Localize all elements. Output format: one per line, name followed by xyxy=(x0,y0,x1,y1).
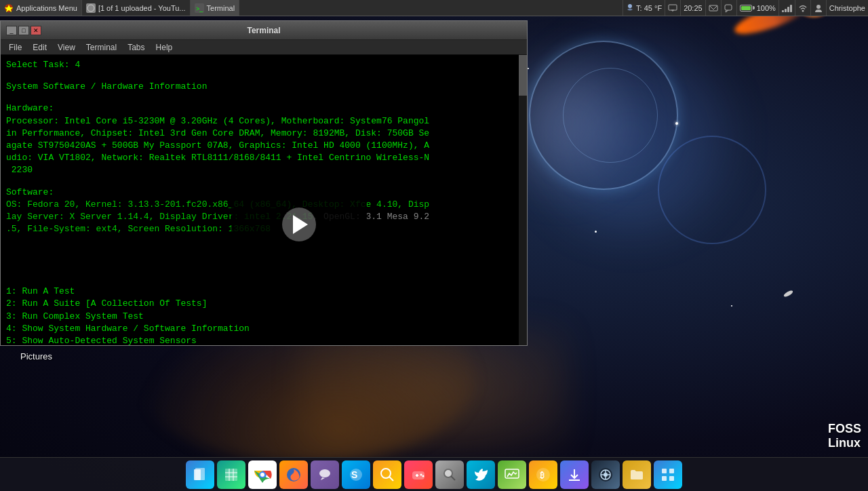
svg-point-44 xyxy=(604,473,608,477)
play-icon xyxy=(293,215,308,234)
term-menu-4: 4: Show System Hardware / Software Infor… xyxy=(6,323,521,335)
battery-label: 100% xyxy=(757,4,776,12)
menu-file[interactable]: File xyxy=(3,41,27,54)
taskbar-top: Applications Menu [1 of 1 uploaded - You… xyxy=(0,0,868,16)
svg-rect-51 xyxy=(662,476,667,481)
dock-steam[interactable] xyxy=(591,460,620,489)
svg-rect-11 xyxy=(725,5,732,10)
dock-spreadsheet[interactable] xyxy=(217,460,245,489)
clock: 20:25 xyxy=(680,0,705,16)
terminal-content[interactable]: Select Task: 4 System Software / Hardwar… xyxy=(1,55,527,345)
menu-terminal[interactable]: Terminal xyxy=(81,41,122,54)
network-tray[interactable] xyxy=(778,0,795,16)
apps-menu-label: Applications Menu xyxy=(16,4,77,12)
screen-tray[interactable] xyxy=(665,0,680,16)
term-menu-3: 3: Run Complex System Test xyxy=(6,311,521,323)
svg-point-6 xyxy=(628,4,632,8)
dock-monitor[interactable] xyxy=(498,460,526,489)
temperature-display: T: 45 °F xyxy=(623,0,665,16)
zoom-icon xyxy=(441,467,458,483)
apps-grid-icon xyxy=(660,467,676,483)
applications-menu[interactable]: Applications Menu xyxy=(0,0,82,16)
dock-skype[interactable]: S xyxy=(342,460,370,489)
pidgin-icon xyxy=(317,467,333,483)
screen-icon xyxy=(668,3,677,13)
menu-view[interactable]: View xyxy=(52,41,81,54)
window-controls: _ □ ✕ xyxy=(5,26,41,35)
chat-icon xyxy=(724,3,734,13)
terminal-scrollbar[interactable] xyxy=(519,55,527,345)
bird-icon xyxy=(473,467,489,483)
wifi-tray[interactable] xyxy=(795,0,810,16)
weather-icon xyxy=(626,4,634,12)
dock-chrome[interactable] xyxy=(248,460,277,489)
dock-game[interactable] xyxy=(404,460,433,489)
dock-zoom[interactable] xyxy=(435,460,464,489)
minimize-button[interactable]: _ xyxy=(6,26,17,35)
dock-search[interactable] xyxy=(373,460,401,489)
time-label: 20:25 xyxy=(684,4,703,12)
crypto-icon: ₿ xyxy=(535,467,551,483)
menu-help[interactable]: Help xyxy=(151,41,178,54)
skype-icon: S xyxy=(348,467,364,483)
browser-tab-label: [1 of 1 uploaded - YouTu... xyxy=(98,4,186,12)
video-overlay[interactable] xyxy=(231,184,367,265)
term-select-task: Select Task: 4 xyxy=(6,59,521,71)
temperature-label: T: 45 °F xyxy=(636,4,662,12)
svg-line-37 xyxy=(451,476,455,480)
dock-bird[interactable] xyxy=(467,460,495,489)
chat-tray[interactable] xyxy=(721,0,736,16)
chrome-icon xyxy=(252,464,273,486)
term-heading: System Software / Hardware Information xyxy=(6,81,521,93)
user-avatar-tray[interactable] xyxy=(810,0,826,16)
dock-files[interactable] xyxy=(186,460,214,489)
svg-rect-15 xyxy=(195,468,205,480)
browser-tab[interactable]: [1 of 1 uploaded - YouTu... xyxy=(82,0,191,16)
email-tray[interactable] xyxy=(705,0,721,16)
apps-menu-icon xyxy=(4,3,14,13)
svg-line-30 xyxy=(389,477,393,481)
svg-text:>_: >_ xyxy=(196,5,203,12)
pictures-text: Pictures xyxy=(20,351,52,361)
term-menu-1: 1: Run A Test xyxy=(6,286,521,298)
files-icon xyxy=(192,467,208,483)
dock-apps[interactable] xyxy=(654,460,682,489)
pictures-folder-label[interactable]: Pictures xyxy=(20,351,52,361)
maximize-button[interactable]: □ xyxy=(18,26,29,35)
svg-point-26 xyxy=(319,469,330,477)
play-button[interactable] xyxy=(282,208,316,241)
taskbar-bottom: S xyxy=(0,457,868,491)
browser-tab-icon xyxy=(86,3,96,13)
scrollbar-thumb[interactable] xyxy=(519,55,527,96)
signal-icon xyxy=(782,4,792,12)
svg-point-29 xyxy=(381,469,391,478)
close-button[interactable]: ✕ xyxy=(31,26,41,35)
terminal-menubar: File Edit View Terminal Tabs Help xyxy=(1,40,527,55)
menu-tabs[interactable]: Tabs xyxy=(122,41,150,54)
dock-firefox[interactable] xyxy=(279,460,308,489)
firefox-icon xyxy=(285,467,302,483)
term-blank-1 xyxy=(6,71,521,81)
dock-pidgin[interactable] xyxy=(311,460,339,489)
menu-edit[interactable]: Edit xyxy=(27,41,52,54)
terminal-tab[interactable]: >_ Terminal xyxy=(191,0,240,16)
dock-folder2[interactable] xyxy=(623,460,651,489)
username-display: Christophe xyxy=(826,0,868,16)
terminal-title: Terminal xyxy=(247,26,280,35)
email-icon xyxy=(709,3,718,13)
folder2-icon xyxy=(629,467,645,483)
steam-icon xyxy=(597,467,614,483)
term-menu-5: 5: Show Auto-Detected System Sensors xyxy=(6,335,521,345)
svg-point-35 xyxy=(422,475,425,477)
terminal-window: _ □ ✕ Terminal File Edit View Terminal T… xyxy=(0,20,528,346)
battery-icon xyxy=(740,5,755,12)
svg-text:₿: ₿ xyxy=(540,471,545,480)
svg-rect-49 xyxy=(662,469,667,473)
dock-download[interactable] xyxy=(560,460,589,489)
dock-crypto[interactable]: ₿ xyxy=(529,460,557,489)
username-label: Christophe xyxy=(829,4,865,12)
terminal-titlebar: _ □ ✕ Terminal xyxy=(1,21,527,40)
svg-rect-16 xyxy=(225,469,237,481)
term-hardware-text: Processor: Intel Core i5-3230M @ 3.20GHz… xyxy=(6,115,521,177)
taskbar-right: T: 45 °F 20:25 xyxy=(623,0,868,16)
